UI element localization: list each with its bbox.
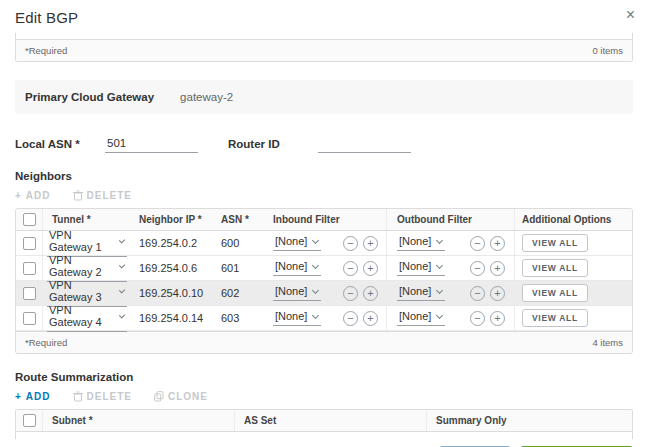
view-all-button[interactable]: VIEW ALL — [522, 309, 588, 327]
row-checkbox[interactable] — [23, 312, 36, 325]
table-row: VPN Gateway 2 169.254.0.6 601 [None] −+ … — [16, 256, 632, 281]
route-summarization-heading: Route Summarization — [15, 371, 633, 383]
required-note: *Required — [25, 337, 67, 348]
neighbors-add-label: ADD — [26, 190, 51, 201]
col-as-set: AS Set — [234, 410, 426, 431]
asn-value: 600 — [212, 237, 264, 249]
remove-filter-button[interactable]: − — [470, 261, 485, 276]
chevron-down-icon — [436, 236, 443, 243]
row-checkbox[interactable] — [23, 237, 36, 250]
add-filter-button[interactable]: + — [490, 236, 505, 251]
col-tunnel: Tunnel * — [42, 209, 130, 230]
tunnel-value: VPN Gateway 2 — [49, 254, 115, 278]
inbound-filter-dropdown[interactable]: [None] — [273, 260, 321, 276]
tunnel-dropdown[interactable]: VPN Gateway 2 — [47, 254, 127, 282]
outbound-filter-value: [None] — [399, 310, 431, 322]
inbound-filter-value: [None] — [275, 310, 307, 322]
remove-filter-button[interactable]: − — [343, 236, 358, 251]
table-row: VPN Gateway 1 169.254.0.2 600 [None] −+ … — [16, 231, 632, 256]
tunnel-dropdown[interactable]: VPN Gateway 1 — [47, 229, 127, 257]
neighbors-add-button[interactable]: + ADD — [15, 190, 51, 201]
top-table-clipped: *Required 0 items — [15, 33, 633, 62]
inbound-filter-dropdown[interactable]: [None] — [273, 235, 321, 251]
outbound-filter-dropdown[interactable]: [None] — [397, 235, 445, 251]
tunnel-value: VPN Gateway 4 — [49, 304, 115, 328]
route-summarization-table: Subnet * AS Set Summary Only — [15, 409, 633, 432]
close-icon[interactable]: × — [626, 7, 635, 23]
remove-filter-button[interactable]: − — [343, 311, 358, 326]
asn-value: 602 — [212, 287, 264, 299]
add-filter-button[interactable]: + — [490, 311, 505, 326]
outbound-filter-dropdown[interactable]: [None] — [397, 285, 445, 301]
inbound-filter-value: [None] — [275, 285, 307, 297]
neighbors-delete-button[interactable]: DELETE — [73, 190, 132, 201]
inbound-filter-dropdown[interactable]: [None] — [273, 310, 321, 326]
inbound-filter-dropdown[interactable]: [None] — [273, 285, 321, 301]
route-add-label: ADD — [26, 391, 51, 402]
required-note: *Required — [25, 45, 67, 56]
col-neighbor-ip: Neighbor IP * — [130, 214, 212, 225]
remove-filter-button[interactable]: − — [343, 261, 358, 276]
row-checkbox[interactable] — [23, 287, 36, 300]
local-asn-input[interactable] — [105, 137, 198, 153]
col-outbound-filter: Outbound Filter — [386, 209, 514, 230]
chevron-down-icon — [119, 262, 126, 269]
add-filter-button[interactable]: + — [363, 311, 378, 326]
add-filter-button[interactable]: + — [363, 236, 378, 251]
route-clone-button[interactable]: CLONE — [154, 391, 208, 402]
tunnel-dropdown[interactable]: VPN Gateway 3 — [47, 279, 127, 307]
select-all-checkbox[interactable] — [23, 414, 36, 427]
view-all-button[interactable]: VIEW ALL — [522, 259, 588, 277]
tunnel-value: VPN Gateway 3 — [49, 279, 115, 303]
add-filter-button[interactable]: + — [363, 286, 378, 301]
remove-filter-button[interactable]: − — [470, 311, 485, 326]
col-additional-options: Additional Options — [514, 209, 632, 230]
inbound-filter-value: [None] — [275, 260, 307, 272]
chevron-down-icon — [436, 286, 443, 293]
route-clone-label: CLONE — [168, 391, 208, 402]
table-row: VPN Gateway 4 169.254.0.14 603 [None] −+… — [16, 306, 632, 331]
clone-icon — [154, 391, 164, 402]
outbound-filter-value: [None] — [399, 285, 431, 297]
route-delete-label: DELETE — [87, 391, 132, 402]
add-filter-button[interactable]: + — [363, 261, 378, 276]
trash-icon — [73, 391, 83, 402]
add-filter-button[interactable]: + — [490, 286, 505, 301]
neighbor-ip-value: 169.254.0.6 — [130, 262, 212, 274]
tunnel-dropdown[interactable]: VPN Gateway 4 — [47, 304, 127, 332]
route-table-empty-body — [15, 432, 633, 439]
router-id-input[interactable] — [318, 137, 411, 153]
items-count: 0 items — [592, 45, 623, 56]
route-delete-button[interactable]: DELETE — [73, 391, 132, 402]
neighbor-ip-value: 169.254.0.14 — [130, 312, 212, 324]
view-all-button[interactable]: VIEW ALL — [522, 284, 588, 302]
neighbors-table-header: Tunnel * Neighbor IP * ASN * Inbound Fil… — [16, 209, 632, 231]
add-filter-button[interactable]: + — [490, 261, 505, 276]
col-summary-only: Summary Only — [426, 410, 632, 431]
outbound-filter-dropdown[interactable]: [None] — [397, 260, 445, 276]
primary-gateway-label: Primary Cloud Gateway — [25, 91, 154, 103]
outbound-filter-dropdown[interactable]: [None] — [397, 310, 445, 326]
route-add-button[interactable]: + ADD — [15, 391, 51, 402]
neighbor-ip-value: 169.254.0.10 — [130, 287, 212, 299]
row-checkbox[interactable] — [23, 262, 36, 275]
chevron-down-icon — [436, 261, 443, 268]
table-row: VPN Gateway 3 169.254.0.10 602 [None] −+… — [16, 281, 632, 306]
trash-icon — [73, 190, 83, 201]
chevron-down-icon — [436, 311, 443, 318]
plus-icon: + — [15, 391, 22, 402]
select-all-checkbox[interactable] — [23, 213, 36, 226]
router-id-label: Router ID — [228, 138, 318, 153]
outbound-filter-value: [None] — [399, 260, 431, 272]
primary-gateway-value: gateway-2 — [180, 91, 233, 103]
neighbors-heading: Neighbors — [15, 170, 633, 182]
remove-filter-button[interactable]: − — [470, 236, 485, 251]
neighbors-table-footer: *Required 4 items — [16, 331, 632, 353]
col-asn: ASN * — [212, 214, 264, 225]
remove-filter-button[interactable]: − — [343, 286, 358, 301]
outbound-filter-value: [None] — [399, 235, 431, 247]
remove-filter-button[interactable]: − — [470, 286, 485, 301]
view-all-button[interactable]: VIEW ALL — [522, 234, 588, 252]
chevron-down-icon — [312, 236, 319, 243]
primary-gateway-box: Primary Cloud Gateway gateway-2 — [15, 80, 633, 114]
